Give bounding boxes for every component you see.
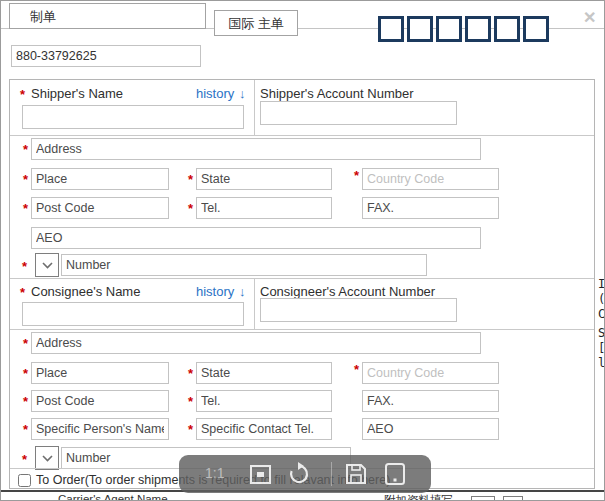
shipper-tel-input[interactable] (196, 197, 332, 219)
consignee-country-code-input[interactable] (362, 362, 499, 384)
toolbar-icon-placeholder-2[interactable] (407, 16, 433, 42)
required-marker: * (188, 172, 193, 187)
to-order-checkbox[interactable] (18, 474, 31, 487)
required-marker: * (22, 452, 27, 467)
shipper-country-code-input[interactable] (362, 168, 499, 190)
divider (10, 278, 594, 279)
toolbar-icon-placeholder-3[interactable] (436, 16, 462, 42)
consignee-number-type-select[interactable] (35, 446, 59, 470)
awb-form-window: 制单 国际 主单 ✕ * Shipper's Name history ↓ Sh… (0, 0, 605, 501)
shipper-history-link[interactable]: history (196, 86, 234, 101)
history-down-arrow-icon[interactable]: ↓ (239, 284, 246, 299)
shipper-number-type-select[interactable] (35, 253, 59, 277)
image-viewer-toolbar: 1:1 (179, 455, 431, 493)
divider (10, 329, 594, 330)
save-icon[interactable] (345, 463, 367, 489)
shipper-postcode-input[interactable] (31, 197, 169, 219)
zoom-ratio-label[interactable]: 1:1 (205, 465, 224, 481)
clipped-text: [ (598, 341, 605, 356)
consignee-fax-input[interactable] (362, 390, 499, 412)
divider (254, 278, 255, 329)
toolbar-divider (331, 462, 332, 486)
required-marker: * (354, 362, 359, 377)
required-marker: * (23, 394, 28, 409)
required-marker: * (20, 285, 25, 300)
clipped-text: l (598, 356, 605, 367)
required-marker: * (22, 259, 27, 274)
shipper-name-input[interactable] (22, 105, 244, 129)
required-marker: * (354, 168, 359, 183)
clipped-input (471, 496, 495, 501)
consignee-name-label: Consignee's Name (31, 284, 140, 299)
fit-to-window-icon[interactable] (249, 463, 272, 490)
required-marker: * (23, 336, 28, 351)
consignee-account-label: Consigneer's Account Number (260, 284, 435, 299)
divider (254, 80, 255, 135)
consignee-account-input[interactable] (260, 298, 457, 322)
consignee-contact-tel-input[interactable] (196, 418, 332, 440)
required-marker: * (23, 172, 28, 187)
waybill-form: * Shipper's Name history ↓ Shipper's Acc… (9, 79, 595, 489)
required-marker: * (188, 394, 193, 409)
shipper-account-label: Shipper's Account Number (260, 86, 414, 101)
shipper-aeo-input[interactable] (31, 227, 481, 249)
toolbar-icon-placeholder-5[interactable] (494, 16, 520, 42)
tab-international-master[interactable]: 国际 主单 (214, 10, 298, 36)
consignee-person-name-input[interactable] (31, 418, 169, 440)
consignee-postcode-input[interactable] (31, 390, 169, 412)
tab-zhidan[interactable]: 制单 (9, 3, 206, 29)
consignee-aeo-input[interactable] (362, 418, 499, 440)
required-marker: * (23, 201, 28, 216)
clipped-text: ( (598, 292, 605, 307)
shipper-number-input[interactable] (61, 254, 427, 276)
shipper-account-input[interactable] (260, 101, 457, 125)
clipped-right-text-column: I ( C S [ l (598, 277, 605, 367)
toolbar-icon-placeholder-1[interactable] (378, 16, 404, 42)
consignee-name-input[interactable] (22, 302, 244, 326)
toolbar-icon-placeholder-4[interactable] (465, 16, 491, 42)
shipper-name-label: Shipper's Name (31, 86, 123, 101)
history-down-arrow-icon[interactable]: ↓ (239, 86, 246, 101)
shipper-state-input[interactable] (196, 168, 332, 190)
shipper-address-input[interactable] (31, 138, 481, 160)
clipped-text: C (598, 307, 605, 322)
consignee-state-input[interactable] (196, 362, 332, 384)
consignee-place-input[interactable] (31, 362, 169, 384)
required-marker: * (23, 142, 28, 157)
toolbar-icon-placeholder-6[interactable] (523, 16, 549, 42)
clipped-text: I (598, 277, 605, 292)
clipped-text: S (598, 326, 605, 341)
shipper-place-input[interactable] (31, 168, 169, 190)
chevron-down-icon (42, 455, 53, 462)
required-marker: * (20, 87, 25, 102)
required-marker: * (188, 366, 193, 381)
clipped-input (503, 496, 523, 501)
clipped-bottom-left-label: Carrier's Agent Name (58, 493, 218, 501)
required-marker: * (188, 201, 193, 216)
consignee-history-link[interactable]: history (196, 284, 234, 299)
awb-number-input[interactable] (11, 45, 201, 67)
chevron-down-icon (42, 262, 53, 269)
clipped-bottom-right-label: 附加资料填写 (384, 493, 474, 501)
shipper-fax-input[interactable] (362, 197, 499, 219)
divider (10, 135, 594, 136)
rotate-icon[interactable] (287, 462, 311, 490)
required-marker: * (23, 366, 28, 381)
required-marker: * (23, 422, 28, 437)
consignee-address-input[interactable] (31, 332, 481, 354)
close-icon[interactable]: ✕ (583, 8, 596, 27)
fullscreen-display-icon[interactable] (383, 462, 407, 490)
consignee-tel-input[interactable] (196, 390, 332, 412)
required-marker: * (188, 422, 193, 437)
